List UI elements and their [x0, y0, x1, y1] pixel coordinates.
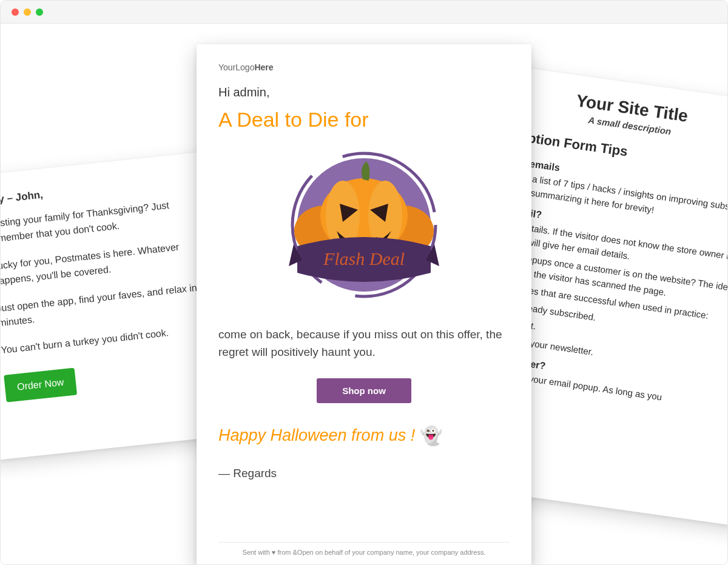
canvas: Hey – John, Hosting your family for Than… — [1, 24, 727, 564]
left-paragraph: Lucky for you, Postmates is here. Whatev… — [0, 237, 207, 289]
shop-now-button[interactable]: Shop now — [317, 378, 411, 403]
logo-bold: Here — [254, 62, 273, 72]
window-titlebar — [1, 1, 727, 24]
browser-window: Hey – John, Hosting your family for Than… — [0, 0, 728, 565]
headline: A Deal to Die for — [218, 108, 510, 132]
ghost-icon: 👻 — [420, 425, 442, 446]
email-card-center: YourLogoHere Hi admin, A Deal to Die for — [197, 44, 531, 565]
signoff: — Regards — [218, 467, 510, 480]
greeting: Hi admin, — [218, 85, 510, 99]
email-footer: Sent with ♥ from &Open on behalf of your… — [218, 542, 510, 556]
body-copy: come on back, because if you miss out on… — [218, 326, 510, 361]
tagline-text: Happy Halloween from us ! — [218, 426, 415, 445]
tagline: Happy Halloween from us ! 👻 — [218, 425, 510, 446]
logo-text: YourLogoHere — [218, 62, 510, 72]
order-now-button[interactable]: Order Now — [4, 368, 77, 403]
flash-deal-icon: Flash Deal — [273, 146, 455, 310]
window-close-dot[interactable] — [12, 8, 19, 16]
logo-thin: YourLogo — [218, 62, 254, 72]
window-zoom-dot[interactable] — [36, 8, 43, 16]
flash-deal-text: Flash Deal — [323, 249, 405, 269]
left-paragraph: Just open the app, find your faves, and … — [0, 279, 212, 331]
window-minimize-dot[interactable] — [24, 8, 31, 16]
pumpkin-illustration: Flash Deal — [273, 146, 455, 310]
